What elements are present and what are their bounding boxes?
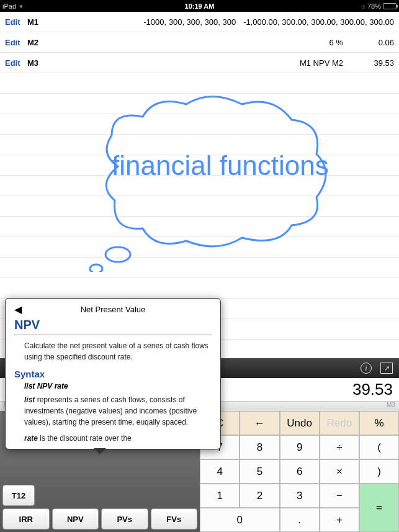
memory-input: 6 % (46, 38, 351, 47)
key-5[interactable]: 5 (240, 459, 279, 484)
key-0[interactable]: 0 (200, 508, 280, 532)
popover-title: Net Present Value (81, 305, 146, 314)
fn-key-irr[interactable]: IRR (2, 508, 50, 530)
key-9[interactable]: 9 (280, 435, 320, 459)
bluetooth-icon: ⌽ (361, 2, 365, 10)
clock: 10:19 AM (185, 2, 215, 10)
memory-label: M2 (27, 38, 46, 47)
key-paren-close[interactable]: ) (359, 459, 399, 484)
popover-desc: Calculate the net present value of a ser… (14, 340, 212, 363)
bubble-text: financial functions (112, 148, 329, 183)
operator-column: % ( ) = (359, 411, 399, 532)
fn-key-npv[interactable]: NPV (52, 508, 99, 530)
memory-output: 39.53 (351, 58, 394, 68)
divider (14, 335, 212, 335)
key-percent[interactable]: % (359, 411, 399, 435)
wifi-icon: ᯤ (19, 2, 25, 10)
memory-input: -1000, 300, 300, 300, 300 (46, 17, 243, 27)
info-icon[interactable]: i (361, 363, 372, 374)
key-2[interactable]: 2 (240, 484, 279, 508)
key-decimal[interactable]: . (280, 508, 320, 532)
edit-link[interactable]: Edit (5, 17, 27, 27)
key-6[interactable]: 6 (280, 459, 320, 484)
memory-output: -1,000.00, 300.00, 300.00, 300.00, 300.0… (243, 17, 394, 27)
fn-key-pvs[interactable]: PVs (101, 508, 148, 530)
memory-input: M1 NPV M2 (46, 58, 351, 68)
share-icon[interactable]: ↗ (380, 363, 393, 374)
edit-link[interactable]: Edit (5, 58, 27, 68)
key-equals[interactable]: = (359, 484, 399, 532)
back-icon[interactable]: ◀ (14, 304, 22, 315)
battery-pct: 78% (367, 2, 381, 10)
key-backspace[interactable]: ← (240, 411, 279, 435)
sub-right: M3 (387, 402, 395, 411)
key-multiply[interactable]: × (320, 459, 359, 484)
fn-key-fvs[interactable]: FVs (151, 508, 198, 530)
key-3[interactable]: 3 (280, 484, 320, 508)
svg-point-1 (90, 264, 102, 272)
number-pad: C ← Undo Redo 7 8 9 ÷ 4 5 6 × 1 2 3 − 0 … (200, 411, 359, 532)
thought-bubble: financial functions (81, 92, 329, 253)
status-bar: iPad ᯤ 10:19 AM ⌽ 78% (0, 0, 399, 12)
help-popover: ◀ Net Present Value NPV Calculate the ne… (5, 298, 221, 449)
key-minus[interactable]: − (320, 484, 359, 508)
key-divide[interactable]: ÷ (320, 435, 359, 459)
key-8[interactable]: 8 (240, 435, 279, 459)
memory-output: 0.06 (351, 38, 394, 47)
memory-label: M1 (27, 17, 46, 27)
key-1[interactable]: 1 (200, 484, 240, 508)
memory-row[interactable]: Edit M2 6 % 0.06 (0, 32, 399, 53)
memory-row[interactable]: Edit M3 M1 NPV M2 39.53 (0, 53, 399, 73)
fn-key-t12[interactable]: T12 (2, 485, 35, 506)
param-list: list represents a series of cash flows, … (14, 394, 212, 428)
key-paren-open[interactable]: ( (359, 435, 399, 459)
display-value: 39.53 (352, 380, 393, 399)
key-plus[interactable]: + (320, 508, 359, 532)
memory-row[interactable]: Edit M1 -1000, 300, 300, 300, 300 -1,000… (0, 12, 399, 32)
key-undo[interactable]: Undo (280, 411, 320, 435)
param-rate: rate is the discount rate over the (14, 433, 212, 444)
memory-label: M3 (27, 58, 46, 68)
device-label: iPad (2, 2, 16, 10)
svg-point-0 (105, 247, 130, 262)
syntax-heading: Syntax (14, 369, 212, 379)
memory-list: Edit M1 -1000, 300, 300, 300, 300 -1,000… (0, 12, 399, 73)
syntax-line: list NPV rate (14, 382, 212, 390)
popover-heading: NPV (14, 318, 212, 332)
battery-icon (383, 3, 397, 9)
key-redo[interactable]: Redo (320, 411, 359, 435)
key-4[interactable]: 4 (200, 459, 240, 484)
edit-link[interactable]: Edit (5, 38, 27, 47)
